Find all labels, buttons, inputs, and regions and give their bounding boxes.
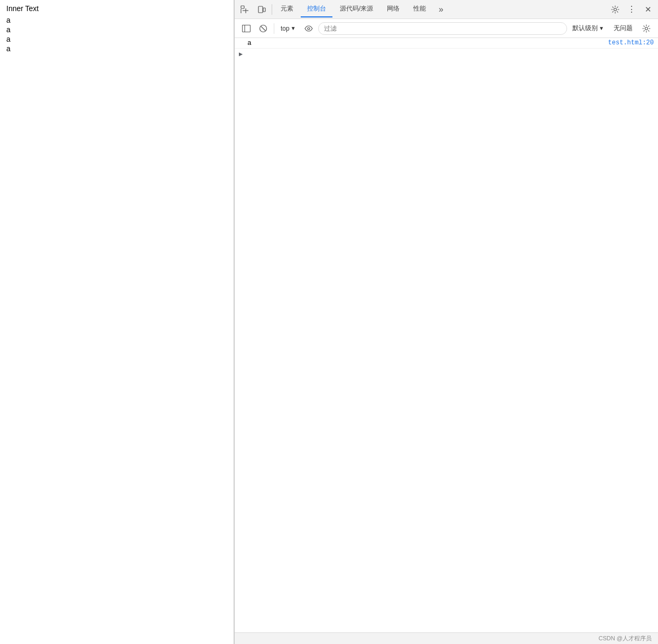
context-value: top [281, 25, 290, 32]
svg-rect-0 [241, 6, 244, 8]
devtools-more-options[interactable]: ⋮ [624, 2, 639, 17]
svg-rect-5 [263, 8, 265, 12]
expand-arrow-icon[interactable]: ▶ [239, 50, 247, 58]
sidebar-toggle-button[interactable] [239, 21, 254, 36]
inspect-element-icon[interactable] [237, 2, 253, 17]
status-bar: CSDN @人才程序员 [235, 632, 658, 644]
console-output: a test.html:20 ▶ [235, 38, 658, 632]
context-chevron-icon: ▼ [291, 25, 296, 31]
devtools-panel: 元素 控制台 源代码/来源 网络 性能 » ⋮ ✕ [234, 0, 658, 644]
context-selector-button[interactable]: top ▼ [277, 24, 299, 33]
tab-elements[interactable]: 元素 [274, 1, 300, 17]
close-devtools-button[interactable]: ✕ [640, 2, 656, 17]
tab-separator-1 [272, 4, 272, 15]
console-expand-row: ▶ [235, 49, 658, 59]
tab-right-icons: ⋮ ✕ [607, 2, 656, 17]
eye-icon-button[interactable] [301, 21, 316, 36]
device-toolbar-icon[interactable] [254, 2, 270, 17]
console-settings-button[interactable] [639, 21, 654, 36]
no-issues-label: 无问题 [614, 24, 633, 32]
svg-point-11 [308, 27, 310, 30]
level-selector-button[interactable]: 默认级别 ▼ [569, 23, 607, 34]
tab-network[interactable]: 网络 [381, 1, 406, 17]
main-layout: Inner Text a a a a [0, 0, 658, 644]
webpage-line-3: a [6, 35, 227, 43]
log-source-1[interactable]: test.html:20 [608, 39, 654, 46]
console-toolbar: top ▼ 默认级别 ▼ 无问题 [235, 19, 658, 38]
no-issues-button[interactable]: 无问题 [609, 23, 637, 34]
webpage-line-1: a [6, 16, 227, 24]
devtools-tabbar: 元素 控制台 源代码/来源 网络 性能 » ⋮ ✕ [235, 0, 658, 19]
level-label: 默认级别 [572, 24, 598, 33]
level-chevron-icon: ▼ [599, 25, 604, 31]
more-tabs-button[interactable]: » [433, 2, 448, 17]
filter-input[interactable] [318, 22, 568, 35]
tab-performance[interactable]: 性能 [407, 1, 432, 17]
status-text: CSDN @人才程序员 [599, 634, 652, 642]
svg-rect-4 [258, 6, 263, 13]
svg-line-10 [261, 26, 265, 31]
webpage-line-4: a [6, 44, 227, 53]
svg-point-12 [645, 27, 648, 30]
svg-rect-7 [243, 25, 251, 32]
webpage-line-2: a [6, 25, 227, 34]
toolbar-separator [274, 23, 274, 34]
clear-console-button[interactable] [256, 21, 271, 36]
svg-point-6 [614, 8, 617, 11]
tab-source[interactable]: 源代码/来源 [333, 1, 379, 17]
webpage-title: Inner Text [6, 4, 227, 13]
log-text-1: a [247, 39, 252, 47]
settings-icon[interactable] [607, 2, 623, 17]
console-log-row-1: a test.html:20 [235, 38, 658, 49]
webpage-panel: Inner Text a a a a [0, 0, 234, 644]
tab-console[interactable]: 控制台 [301, 1, 332, 17]
